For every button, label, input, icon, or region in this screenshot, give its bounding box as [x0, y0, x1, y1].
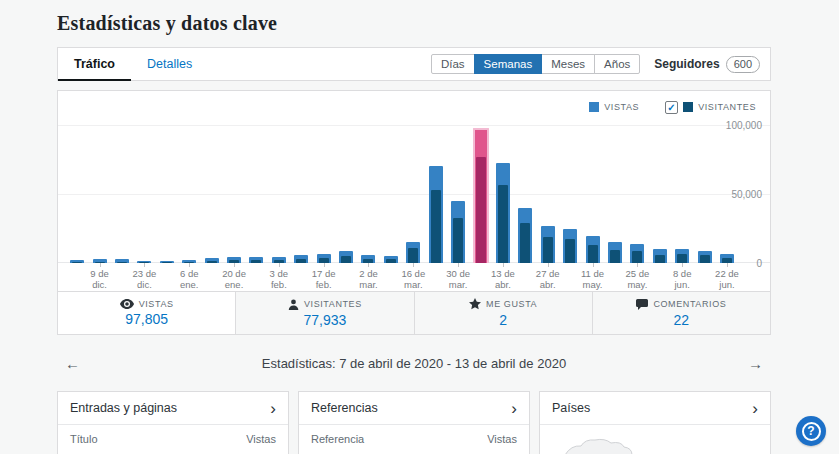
chart-bar-week-30[interactable]: 22 dejun.: [716, 118, 738, 263]
x-axis-label: 23 dedic.: [133, 268, 157, 290]
stat-vistas-value: 97,805: [125, 311, 168, 327]
col-titulo: Título: [70, 433, 98, 445]
stat-tab-vistas[interactable]: VISTAS 97,805: [58, 292, 235, 334]
chart-bar-week-22[interactable]: 27 deabr.: [537, 118, 559, 263]
stat-me-gusta-label: ME GUSTA: [486, 299, 537, 309]
chart-bar-week-8[interactable]: 20 deene.: [223, 118, 245, 263]
chart-bar-week-3[interactable]: [111, 118, 133, 263]
chart-bar-week-24[interactable]: 11 demay.: [581, 118, 603, 263]
x-tick: [458, 263, 459, 267]
visitantes-bar: [610, 250, 620, 263]
visitantes-bar: [453, 218, 463, 263]
panel-paises-header[interactable]: Países ›: [540, 392, 770, 425]
visitantes-bar: [632, 251, 642, 263]
visitantes-bar: [117, 262, 127, 263]
y-tick-0: 0: [756, 258, 762, 269]
x-axis-label: 22 dejun.: [715, 268, 739, 290]
user-icon: [288, 299, 299, 310]
chart-bar-week-14[interactable]: 2 demar.: [357, 118, 379, 263]
chart-bar-week-1[interactable]: [66, 118, 88, 263]
chart-bar-week-21[interactable]: [514, 118, 536, 263]
chevron-right-icon: ›: [270, 400, 276, 417]
visitantes-bar: [386, 259, 396, 263]
chart-bar-week-7[interactable]: [200, 118, 222, 263]
chart-bar-week-4[interactable]: 23 dedic.: [133, 118, 155, 263]
legend-vistas-label: VISTAS: [604, 102, 639, 112]
chart-bar-week-12[interactable]: 17 defeb.: [312, 118, 334, 263]
chart-bar-week-29[interactable]: [693, 118, 715, 263]
visitantes-bar: [565, 239, 575, 263]
active-tab-underline: [58, 79, 131, 81]
legend-visitantes: ✓ VISITANTES: [665, 101, 756, 114]
x-tick: [100, 263, 101, 267]
chart-bar-week-19[interactable]: [469, 118, 491, 263]
bar-chart: 100,000 50,000 0 9 dedic.23 dedic.6 deen…: [58, 118, 770, 263]
tab-detalles[interactable]: Detalles: [131, 48, 208, 80]
x-axis-label: 16 demar.: [401, 268, 425, 290]
chart-bar-week-23[interactable]: [559, 118, 581, 263]
chart-bar-week-18[interactable]: 30 demar.: [447, 118, 469, 263]
help-button[interactable]: ?: [796, 416, 826, 446]
chart-bar-week-26[interactable]: 25 demay.: [626, 118, 648, 263]
period-semanas-button[interactable]: Semanas: [474, 54, 543, 74]
period-meses-button[interactable]: Meses: [541, 54, 595, 74]
previous-period-arrow[interactable]: ←: [65, 355, 89, 372]
panel-paises-title: Países: [552, 401, 590, 415]
x-axis-label: 2 demar.: [359, 268, 378, 290]
chart-bar-week-17[interactable]: [425, 118, 447, 263]
visitantes-bar: [655, 255, 665, 263]
chart-legend: VISTAS ✓ VISITANTES: [58, 91, 770, 114]
visitantes-bar: [341, 256, 351, 263]
world-map-outline-icon: [545, 425, 765, 454]
stat-vistas-label: VISTAS: [139, 299, 174, 309]
x-axis-label: 13 deabr.: [491, 268, 515, 290]
period-dias-button[interactable]: Días: [431, 54, 475, 74]
col-vistas: Vistas: [246, 433, 276, 445]
stat-tab-comentarios[interactable]: COMENTARIOS 22: [592, 292, 770, 334]
tab-trafico[interactable]: Tráfico: [58, 48, 131, 80]
next-period-arrow[interactable]: →: [739, 355, 763, 372]
panel-referencias-title: Referencias: [311, 401, 378, 415]
x-axis-label: 9 dedic.: [90, 268, 109, 290]
period-anos-button[interactable]: Años: [594, 54, 640, 74]
x-tick: [279, 263, 280, 267]
stat-comentarios-value: 22: [674, 312, 690, 328]
chart-bar-week-15[interactable]: [380, 118, 402, 263]
panel-entradas-title: Entradas y páginas: [70, 401, 177, 415]
panel-referencias-header[interactable]: Referencias ›: [299, 392, 529, 425]
panel-paises: Países ›: [539, 391, 771, 454]
nav-tabs: Tráfico Detalles: [58, 48, 208, 80]
chart-bar-week-25[interactable]: [604, 118, 626, 263]
chart-bar-week-6[interactable]: 6 deene.: [178, 118, 200, 263]
stat-me-gusta-value: 2: [499, 312, 507, 328]
eye-icon: [120, 299, 134, 309]
chart-bar-week-11[interactable]: [290, 118, 312, 263]
followers-label: Seguidores: [654, 57, 719, 71]
chart-bar-week-20[interactable]: 13 deabr.: [492, 118, 514, 263]
x-tick: [727, 263, 728, 267]
help-question-icon: ?: [802, 422, 821, 441]
followers-button[interactable]: Seguidores 600: [654, 56, 760, 73]
x-tick: [593, 263, 594, 267]
legend-visitantes-label: VISITANTES: [698, 102, 756, 112]
summary-tabs: VISTAS 97,805 VISITANTES 77,933 ME GUSTA…: [58, 291, 770, 334]
chart-bar-week-9[interactable]: [245, 118, 267, 263]
stat-tab-visitantes[interactable]: VISITANTES 77,933: [235, 292, 413, 334]
chart-bar-week-10[interactable]: 3 defeb.: [268, 118, 290, 263]
x-tick: [368, 263, 369, 267]
chart-bars: 9 dedic.23 dedic.6 deene.20 deene.3 defe…: [66, 118, 738, 263]
stat-tab-me-gusta[interactable]: ME GUSTA 2: [414, 292, 592, 334]
chart-bar-week-5[interactable]: [156, 118, 178, 263]
chart-bar-week-27[interactable]: [649, 118, 671, 263]
chart-bar-week-28[interactable]: 8 dejun.: [671, 118, 693, 263]
chevron-right-icon: ›: [752, 400, 758, 417]
visitantes-bar: [251, 260, 261, 263]
visitantes-checkbox[interactable]: ✓: [665, 101, 678, 114]
chart-bar-week-16[interactable]: 16 demar.: [402, 118, 424, 263]
panel-entradas-columns: Título Vistas: [58, 425, 288, 453]
chart-bar-week-2[interactable]: 9 dedic.: [88, 118, 110, 263]
x-axis-label: 11 demay.: [581, 268, 604, 290]
chart-bar-week-13[interactable]: [335, 118, 357, 263]
panel-entradas-header[interactable]: Entradas y páginas ›: [58, 392, 288, 425]
visitantes-bar: [162, 262, 172, 263]
